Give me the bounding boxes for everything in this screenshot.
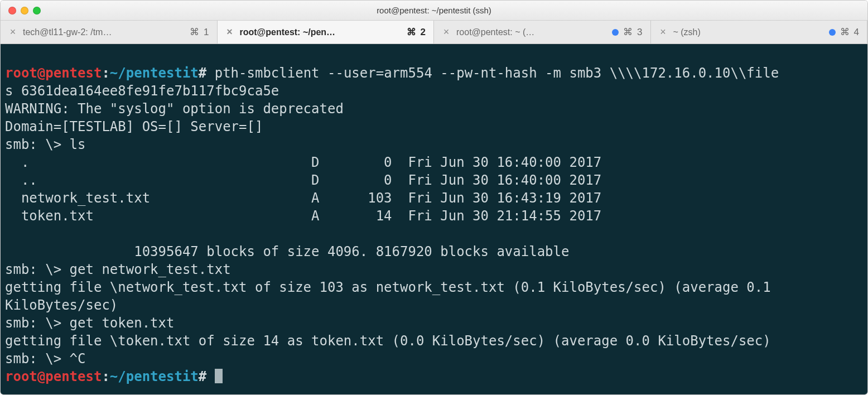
zoom-window-button[interactable] (33, 7, 41, 15)
output-line: getting file \token.txt of size 14 as to… (5, 333, 771, 349)
command-text-cont: s 6361dea164ee8fe91fe7b117fbc9ca5e (5, 83, 279, 99)
tab-shortcut: ⌘2 (407, 26, 426, 38)
output-line: smb: \> ls (5, 137, 86, 152)
tab-shortcut: ⌘4 (829, 26, 859, 38)
tab-label: tech@tl11-gw-2: /tm… (23, 27, 184, 37)
prompt-path: ~/pentestit (110, 369, 199, 384)
unread-dot-icon (829, 29, 836, 36)
output-line: Domain=[TESTLAB] OS=[] Server=[] (5, 119, 263, 134)
tab-1[interactable]: × tech@tl11-gw-2: /tm… ⌘1 (1, 21, 218, 44)
tab-label: root@pentest: ~ (… (456, 27, 606, 37)
prompt-colon: : (102, 369, 109, 384)
tab-bar: × tech@tl11-gw-2: /tm… ⌘1 × root@pentest… (1, 21, 867, 44)
tab-2[interactable]: × root@pentest: ~/pen… ⌘2 (218, 21, 435, 44)
traffic-lights (1, 7, 41, 15)
terminal-output[interactable]: root@pentest:~/pentestit# pth-smbclient … (1, 44, 867, 394)
output-line: WARNING: The "syslog" option is deprecat… (5, 101, 344, 117)
unread-dot-icon (612, 29, 619, 36)
tab-shortcut: ⌘3 (612, 26, 642, 38)
window-title: root@pentest: ~/pentestit (ssh) (1, 6, 867, 15)
cursor-icon (215, 369, 223, 383)
output-line: KiloBytes/sec) (5, 297, 118, 313)
prompt-user: root@pentest (5, 65, 102, 81)
tab-shortcut: ⌘1 (190, 26, 209, 38)
tab-label: root@pentest: ~/pen… (240, 27, 401, 37)
close-icon[interactable]: × (442, 26, 451, 38)
close-window-button[interactable] (8, 7, 16, 15)
close-icon[interactable]: × (225, 26, 234, 38)
output-line: 10395647 blocks of size 4096. 8167920 bl… (5, 244, 569, 259)
output-line: smb: \> ^C (5, 351, 86, 367)
output-line: smb: \> get network_test.txt (5, 262, 231, 277)
output-line: token.txt A 14 Fri Jun 30 21:14:55 2017 (5, 208, 601, 224)
tab-3[interactable]: × root@pentest: ~ (… ⌘3 (434, 21, 651, 44)
output-line: getting file \network_test.txt of size 1… (5, 280, 779, 295)
output-line: .. D 0 Fri Jun 30 16:40:00 2017 (5, 172, 601, 188)
command-text: pth-smbclient --user=arm554 --pw-nt-hash… (206, 65, 779, 81)
close-icon[interactable]: × (8, 26, 17, 38)
output-line: . D 0 Fri Jun 30 16:40:00 2017 (5, 155, 601, 170)
close-icon[interactable]: × (659, 26, 668, 38)
tab-label: ~ (zsh) (673, 27, 823, 37)
prompt-path: ~/pentestit (110, 65, 199, 81)
output-line: smb: \> get token.txt (5, 315, 174, 331)
prompt-symbol: # (199, 369, 206, 384)
output-line: network_test.txt A 103 Fri Jun 30 16:43:… (5, 190, 601, 206)
titlebar: root@pentest: ~/pentestit (ssh) (1, 1, 867, 21)
tab-4[interactable]: × ~ (zsh) ⌘4 (651, 21, 868, 44)
prompt-symbol: # (199, 65, 206, 81)
minimize-window-button[interactable] (21, 7, 28, 15)
prompt-user: root@pentest (5, 369, 102, 384)
prompt-colon: : (102, 65, 109, 81)
